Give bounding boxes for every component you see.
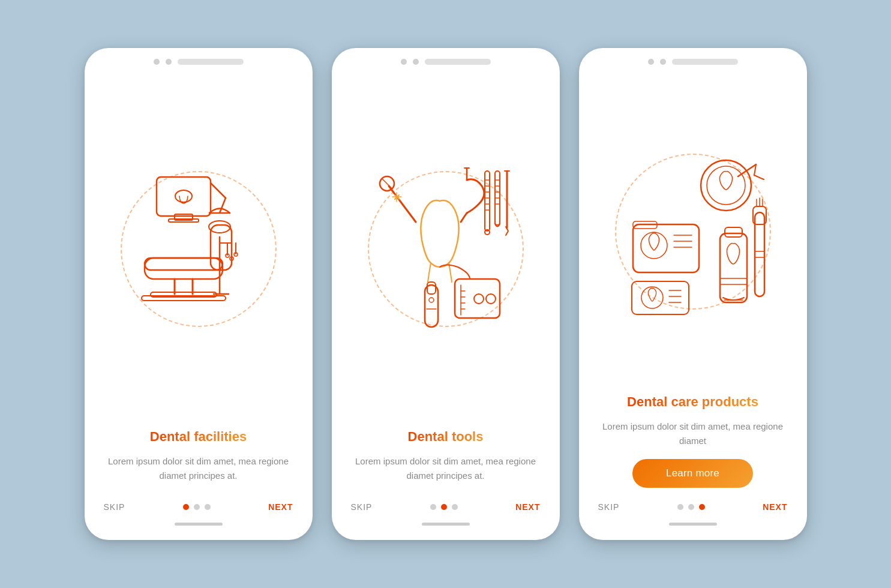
dot-2-1: [430, 504, 436, 510]
home-bar-1: [175, 523, 223, 526]
screen-2: Dental tools Lorem ipsum dolor sit dim a…: [332, 48, 560, 540]
svg-line-26: [382, 179, 392, 188]
skip-button-2[interactable]: SKIP: [351, 502, 373, 512]
phone-top-bar-2: [332, 48, 560, 70]
phone-pill-1: [178, 59, 244, 65]
phone-dot-5: [648, 59, 654, 65]
next-button-3[interactable]: NEXT: [763, 502, 787, 512]
phone-pill-2: [425, 59, 491, 65]
svg-point-3: [175, 190, 192, 202]
nav-dots-1: [183, 504, 211, 510]
screen-content-1: Dental facilities Lorem ipsum dolor sit …: [85, 428, 313, 494]
next-button-2[interactable]: NEXT: [515, 502, 540, 512]
home-bar-3: [669, 523, 717, 526]
dot-2-2: [441, 504, 447, 510]
svg-line-4: [211, 183, 226, 198]
skip-button-3[interactable]: SKIP: [598, 502, 620, 512]
screen-bottom-1: SKIP NEXT: [85, 494, 313, 512]
next-button-1[interactable]: NEXT: [268, 502, 293, 512]
svg-point-46: [429, 298, 434, 302]
screen-content-3: Dental care products Lorem ipsum dolor s…: [579, 394, 807, 494]
screen-title-3: Dental care products: [627, 394, 758, 411]
home-bar-2: [422, 523, 470, 526]
nav-dots-3: [677, 504, 705, 510]
svg-rect-45: [427, 282, 436, 294]
phone-dot-3: [401, 59, 407, 65]
dot-1-3: [205, 504, 211, 510]
skip-button-1[interactable]: SKIP: [104, 502, 125, 512]
svg-point-55: [486, 294, 496, 304]
svg-point-60: [701, 160, 751, 211]
nav-dots-2: [430, 504, 458, 510]
screen-3: Dental care products Lorem ipsum dolor s…: [579, 48, 807, 540]
illustration-area-2: [332, 70, 560, 428]
phone-pill-3: [672, 59, 738, 65]
illustration-area-1: [85, 70, 313, 428]
dental-facilities-illustration: [121, 165, 277, 333]
svg-line-5: [220, 198, 226, 213]
phone-top-bar-1: [85, 48, 313, 70]
phone-dot-2: [166, 59, 172, 65]
svg-rect-64: [633, 224, 699, 272]
dot-3-2: [688, 504, 694, 510]
phone-dot-1: [154, 59, 160, 65]
svg-rect-0: [157, 177, 211, 216]
dot-3-1: [677, 504, 683, 510]
screen-bottom-2: SKIP NEXT: [332, 494, 560, 512]
screen-body-3: Lorem ipsum dolor sit dim amet, mea regi…: [596, 419, 790, 448]
screen-bottom-3: SKIP NEXT: [579, 494, 807, 512]
svg-point-65: [641, 232, 667, 259]
dot-1-2: [194, 504, 200, 510]
svg-rect-71: [725, 227, 742, 237]
dot-1-1: [183, 504, 189, 510]
learn-more-button[interactable]: Learn more: [632, 459, 753, 488]
screen-title-1: Dental facilities: [150, 428, 247, 446]
svg-line-63: [754, 175, 764, 179]
phone-top-bar-3: [579, 48, 807, 70]
dental-tools-illustration: [362, 162, 530, 336]
screens-container: Dental facilities Lorem ipsum dolor sit …: [85, 48, 807, 540]
screen-title-2: Dental tools: [408, 428, 484, 446]
screen-body-2: Lorem ipsum dolor sit dim amet, mea regi…: [349, 454, 543, 483]
dot-2-3: [452, 504, 458, 510]
svg-rect-48: [455, 279, 500, 318]
screen-body-1: Lorem ipsum dolor sit dim amet, mea regi…: [101, 454, 296, 483]
phone-dot-6: [660, 59, 666, 65]
screen-content-2: Dental tools Lorem ipsum dolor sit dim a…: [332, 428, 560, 494]
dot-3-3: [699, 504, 705, 510]
svg-rect-82: [632, 281, 689, 314]
dental-products-illustration: [609, 146, 777, 317]
phone-dot-4: [413, 59, 419, 65]
screen-1: Dental facilities Lorem ipsum dolor sit …: [85, 48, 313, 540]
svg-point-83: [641, 287, 663, 308]
svg-point-54: [474, 294, 484, 304]
illustration-area-3: [579, 70, 807, 394]
svg-line-24: [389, 186, 416, 222]
